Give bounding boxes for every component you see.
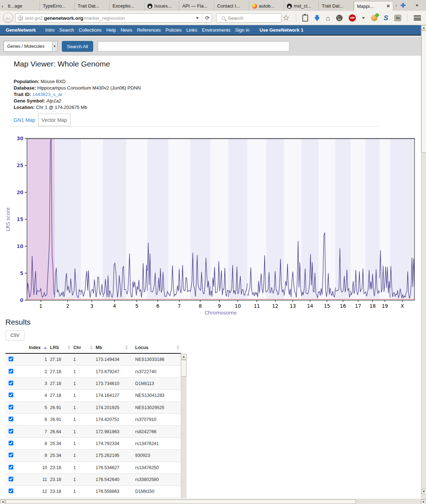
search-all-button[interactable]: Search All (62, 41, 93, 52)
foxyproxy-icon[interactable] (371, 15, 377, 21)
nav-item-help[interactable]: Help (106, 27, 117, 33)
column-header-index[interactable]: Index (23, 345, 49, 350)
row-checkbox[interactable] (9, 489, 13, 493)
tab-label: tt...age (8, 3, 37, 9)
forum-smiley-icon[interactable] (336, 15, 343, 21)
sort-asc-icon[interactable] (43, 347, 47, 349)
chromosome-band-X (390, 138, 414, 300)
nav-item-collections[interactable]: Collections (78, 27, 102, 33)
x-tick-label: 15 (324, 303, 330, 309)
page-scroll-thumb[interactable] (421, 31, 426, 153)
x-tick-label: 13 (290, 303, 296, 309)
page-scroll-right-icon[interactable] (421, 499, 426, 504)
trait-metadata: Population: Mouse BXDDatabase: Hippocamp… (14, 78, 141, 111)
nav-item-references[interactable]: References (136, 27, 161, 33)
h-scroll-thumb[interactable] (5, 499, 356, 504)
row-checkbox[interactable] (9, 405, 13, 409)
results-table-scrollbar[interactable] (181, 342, 187, 498)
page-horizontal-scrollbar[interactable] (0, 499, 426, 504)
row-checkbox[interactable] (9, 357, 13, 361)
cell-mb: 174.792334 (94, 441, 129, 446)
browser-tab[interactable]: mst_cl... (284, 1, 319, 11)
column-header-mb[interactable]: Mb (94, 345, 129, 350)
select-dropdown-icon[interactable] (52, 42, 57, 51)
skype-icon[interactable]: S (384, 14, 388, 22)
row-checkbox[interactable] (9, 465, 13, 469)
sort-icon[interactable] (68, 345, 70, 350)
browser-tab[interactable]: Mappi...✕ (354, 1, 393, 11)
row-checkbox[interactable] (9, 417, 13, 421)
cell-index: 6 (23, 417, 49, 422)
tab-overflow-right-icon[interactable]: › (395, 3, 397, 8)
url-bar[interactable]: test-gn2.genenetwork.org/marker_regressi… (15, 13, 212, 23)
x-tick-label: 12 (272, 303, 278, 309)
menu-hamburger-icon[interactable] (414, 15, 421, 20)
row-checkbox[interactable] (9, 441, 13, 445)
browser-tab[interactable]: Contact I... (214, 1, 249, 11)
browser-tab[interactable]: TypeErro... (40, 1, 75, 11)
browser-tab[interactable]: API — Fla... (179, 1, 214, 11)
nav-item-search[interactable]: Search (59, 27, 75, 33)
bookmark-star-icon[interactable]: ☆ (283, 14, 290, 22)
nav-item-intro[interactable]: Intro (45, 27, 55, 33)
site-identity-globe-icon[interactable] (18, 15, 23, 21)
downloads-icon[interactable] (314, 17, 320, 21)
tab-gn1-map[interactable]: GN1 Map (14, 117, 35, 123)
x-tick-label: 9 (218, 303, 221, 309)
url-text[interactable]: test-gn2.genenetwork.org/marker_regressi… (25, 15, 194, 21)
nav-item-sign-in[interactable]: Sign in (234, 27, 250, 33)
sort-icon[interactable] (177, 345, 179, 350)
browser-tab[interactable]: Issues... (145, 1, 179, 11)
tab-vector-map[interactable]: Vector Map (38, 114, 70, 126)
page-vertical-scrollbar[interactable] (421, 25, 426, 499)
nav-item-links[interactable]: Links (185, 27, 198, 33)
row-checkbox[interactable] (9, 429, 13, 434)
list-all-tabs-icon[interactable] (416, 5, 418, 6)
selenium-icon[interactable]: Se (394, 15, 401, 21)
gn-brand-link[interactable]: GeneNetwork (6, 27, 36, 33)
column-header-locus[interactable]: Locus (129, 345, 181, 350)
row-checkbox[interactable] (9, 381, 13, 385)
browser-tab[interactable]: Trait Dat... (75, 1, 110, 11)
page-scroll-up-icon[interactable] (421, 25, 426, 30)
table-scroll-up-icon[interactable] (181, 354, 187, 359)
row-checkbox[interactable] (9, 393, 13, 397)
adblock-icon[interactable]: ABP (349, 14, 356, 22)
back-button[interactable]: ← (3, 13, 13, 23)
y-tick-label: 30 (17, 136, 23, 141)
table-scroll-thumb[interactable] (181, 360, 187, 377)
reload-icon[interactable]: ⟳ (205, 15, 210, 21)
browser-tab[interactable]: Exceptio... (110, 1, 145, 11)
close-tab-icon[interactable]: ✕ (386, 4, 390, 9)
column-header-lrs[interactable]: LRS (49, 345, 72, 350)
row-checkbox[interactable] (9, 453, 13, 457)
nav-item-environments[interactable]: Environments (201, 27, 231, 33)
url-dropdown-icon[interactable] (196, 17, 199, 19)
use-genenetwork1-link[interactable]: Use GeneNetwork 1 (260, 27, 303, 33)
new-tab-button[interactable]: ✚ (400, 2, 406, 9)
cell-mb: 173.734610 (94, 381, 129, 386)
trait-id-link[interactable]: 1443823_s_at (32, 92, 62, 97)
bookmarks-menu-icon[interactable] (302, 15, 308, 22)
page-scroll-down-icon[interactable] (421, 489, 426, 494)
search-category-select[interactable]: Genes / Molecules (4, 41, 58, 52)
browser-tab[interactable]: tt...age (5, 1, 40, 11)
sort-icon[interactable] (125, 345, 128, 350)
browser-tab[interactable]: autob... (249, 1, 284, 11)
csv-export-button[interactable]: CSV (5, 330, 24, 340)
row-checkbox[interactable] (9, 369, 13, 374)
page-scroll-left-icon[interactable] (0, 499, 5, 504)
global-search-input[interactable] (98, 41, 289, 51)
tab-scroll-left-icon[interactable]: ‹ (0, 1, 5, 11)
column-header-chr[interactable]: Chr (72, 345, 94, 350)
cell-lrs: 26.64 (49, 429, 72, 434)
adblock-caret-icon[interactable] (362, 17, 365, 19)
row-checkbox[interactable] (9, 477, 13, 481)
cell-chr: 1 (72, 417, 94, 422)
browser-tab[interactable]: Trait Dat... (319, 1, 354, 11)
browser-search-box[interactable]: Search (216, 13, 282, 23)
nav-item-news[interactable]: News (120, 27, 133, 33)
sort-icon[interactable] (90, 345, 93, 350)
home-icon[interactable]: ⌂ (326, 15, 330, 22)
nav-item-policies[interactable]: Policies (165, 27, 182, 33)
